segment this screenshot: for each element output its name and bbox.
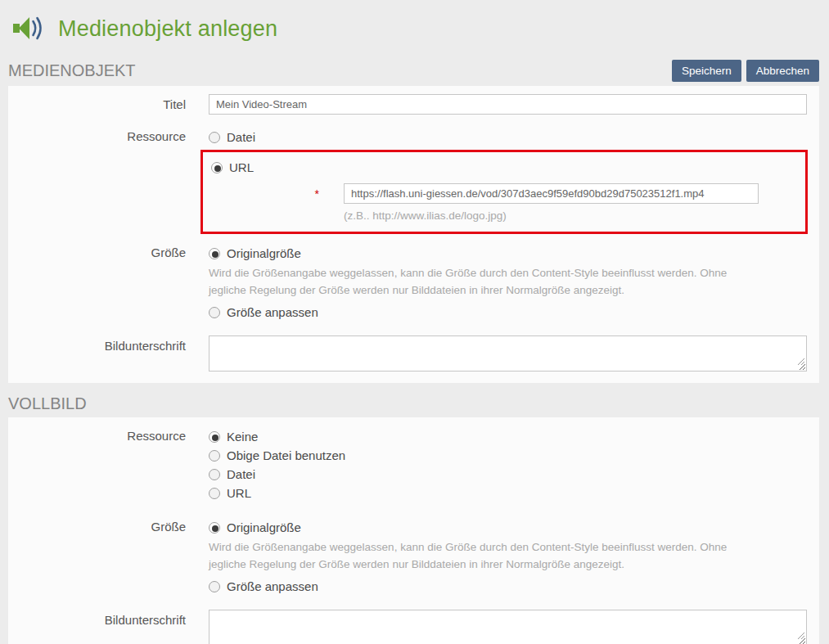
cancel-button-top[interactable]: Abbrechen (746, 60, 819, 82)
vollbild-bildunterschrift-textarea[interactable] (209, 610, 807, 644)
bildunterschrift-label: Bildunterschrift (8, 336, 209, 372)
radio-unselected-icon (209, 581, 220, 592)
top-action-buttons: Speichern Abbrechen (672, 60, 819, 82)
radio-selected-icon (209, 248, 220, 259)
ressource-row: Ressource Datei URL * (z.B.. http://www.… (8, 126, 807, 234)
vollbild-groesse-row: Größe Originalgröße Wird die Größenangab… (8, 516, 807, 598)
vollbild-bildunterschrift-row: Bildunterschrift (8, 610, 807, 644)
vollbild-groesse-label: Größe (8, 516, 209, 598)
radio-datei[interactable]: Datei (209, 130, 807, 145)
radio-unselected-icon (209, 132, 220, 143)
url-highlight-box: URL * (z.B.. http://www.ilias.de/logo.jp… (200, 150, 808, 234)
vollbild-section-bar: VOLLBILD (0, 383, 829, 417)
url-hint: (z.B.. http://www.ilias.de/logo.jpg) (344, 209, 759, 222)
medienobjekt-panel: Titel Ressource Datei URL * (z. (8, 86, 819, 383)
vollbild-ressource-label: Ressource (8, 426, 209, 505)
required-marker: * (211, 183, 344, 222)
groesse-description: Wird die Größenangabe weggelassen, kann … (209, 265, 759, 299)
radio-selected-icon (211, 162, 223, 173)
medienobjekt-section-title: MEDIENOBJEKT (8, 61, 136, 80)
radio-unselected-icon (209, 450, 220, 462)
radio-url[interactable]: URL (211, 160, 797, 175)
page-header: Medienobjekt anlegen (0, 0, 829, 58)
groesse-label: Größe (8, 242, 209, 324)
radio-selected-icon (209, 522, 220, 534)
vollbild-ressource-row: Ressource Keine Obige Datei benutzen Dat… (8, 426, 807, 505)
ressource-label: Ressource (8, 126, 209, 234)
bildunterschrift-row: Bildunterschrift (8, 336, 807, 372)
radio-vollbild-url[interactable]: URL (209, 486, 807, 501)
radio-originalgroesse[interactable]: Originalgröße (209, 246, 807, 261)
titel-input[interactable] (209, 94, 807, 115)
media-object-speaker-icon (11, 14, 46, 43)
radio-obige-datei-benutzen[interactable]: Obige Datei benutzen (209, 448, 807, 463)
url-input[interactable] (344, 183, 759, 204)
radio-unselected-icon (209, 307, 220, 318)
titel-label: Titel (8, 94, 209, 115)
bildunterschrift-textarea[interactable] (209, 336, 807, 372)
radio-selected-icon (209, 431, 220, 443)
url-field-row: * (z.B.. http://www.ilias.de/logo.jpg) (211, 183, 797, 222)
vollbild-panel: Ressource Keine Obige Datei benutzen Dat… (8, 417, 819, 644)
radio-vollbild-groesse-anpassen[interactable]: Größe anpassen (209, 579, 807, 594)
radio-unselected-icon (209, 488, 220, 499)
radio-keine[interactable]: Keine (209, 430, 807, 444)
save-button-top[interactable]: Speichern (672, 60, 741, 82)
page-title: Medienobjekt anlegen (58, 16, 277, 42)
radio-groesse-anpassen[interactable]: Größe anpassen (209, 305, 807, 320)
titel-row: Titel (8, 94, 807, 115)
radio-vollbild-originalgroesse[interactable]: Originalgröße (209, 520, 807, 535)
radio-unselected-icon (209, 469, 220, 480)
vollbild-bildunterschrift-label: Bildunterschrift (8, 610, 209, 644)
groesse-row: Größe Originalgröße Wird die Größenangab… (8, 242, 807, 324)
radio-vollbild-datei[interactable]: Datei (209, 467, 807, 482)
vollbild-section-title: VOLLBILD (8, 394, 87, 413)
vollbild-groesse-description: Wird die Größenangabe weggelassen, kann … (209, 539, 759, 574)
medienobjekt-section-bar: MEDIENOBJEKT Speichern Abbrechen (0, 58, 829, 86)
